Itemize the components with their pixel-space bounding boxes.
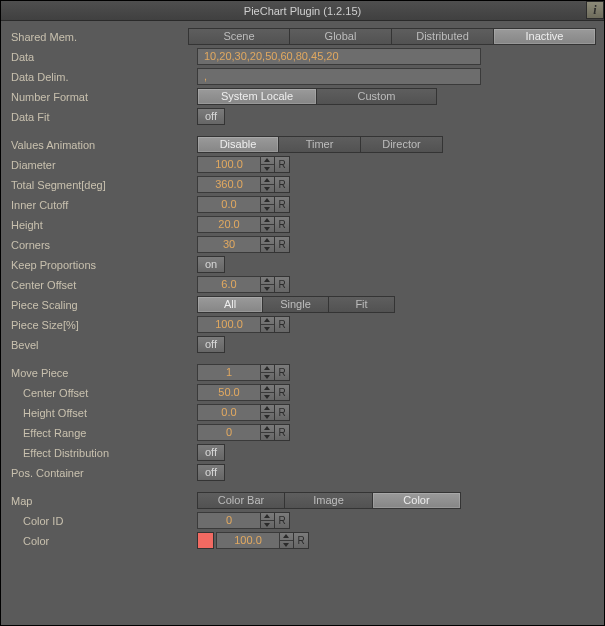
map-label: Map: [9, 495, 197, 507]
number-format-label: Number Format: [9, 91, 197, 103]
data-label: Data: [9, 51, 197, 63]
height-reset[interactable]: R: [275, 216, 290, 233]
data-fit-label: Data Fit: [9, 111, 197, 123]
inner-cutoff-reset[interactable]: R: [275, 196, 290, 213]
title-bar: PieChart Plugin (1.2.15) i: [1, 1, 604, 21]
move-piece-label: Move Piece: [9, 367, 197, 379]
corners-label: Corners: [9, 239, 197, 251]
anim-disable[interactable]: Disable: [197, 136, 279, 153]
numfmt-system[interactable]: System Locale: [197, 88, 317, 105]
move-height-offset-spinner[interactable]: [261, 404, 275, 421]
data-input[interactable]: 10,20,30,20,50,60,80,45,20: [197, 48, 481, 65]
center-offset-spinner[interactable]: [261, 276, 275, 293]
color-id-reset[interactable]: R: [275, 512, 290, 529]
move-piece-spinner[interactable]: [261, 364, 275, 381]
map-colorbar[interactable]: Color Bar: [197, 492, 285, 509]
diameter-label: Diameter: [9, 159, 197, 171]
numfmt-custom[interactable]: Custom: [317, 88, 437, 105]
color-label: Color: [9, 535, 197, 547]
tab-global[interactable]: Global: [290, 28, 392, 45]
data-delim-label: Data Delim.: [9, 71, 197, 83]
data-delim-input[interactable]: ,: [197, 68, 481, 85]
piece-size-reset[interactable]: R: [275, 316, 290, 333]
keep-proportions-label: Keep Proportions: [9, 259, 197, 271]
anim-director[interactable]: Director: [361, 136, 443, 153]
color-reset[interactable]: R: [294, 532, 309, 549]
effect-range-spinner[interactable]: [261, 424, 275, 441]
panel: Shared Mem. Scene Global Distributed Ina…: [1, 21, 604, 559]
center-offset-reset[interactable]: R: [275, 276, 290, 293]
move-height-offset-input[interactable]: 0.0: [197, 404, 261, 421]
center-offset-label: Center Offset: [9, 279, 197, 291]
totalseg-spinner[interactable]: [261, 176, 275, 193]
height-input[interactable]: 20.0: [197, 216, 261, 233]
move-center-offset-spinner[interactable]: [261, 384, 275, 401]
totalseg-input[interactable]: 360.0: [197, 176, 261, 193]
diameter-input[interactable]: 100.0: [197, 156, 261, 173]
move-center-offset-label: Center Offset: [9, 387, 197, 399]
effect-range-reset[interactable]: R: [275, 424, 290, 441]
map-image[interactable]: Image: [285, 492, 373, 509]
move-height-offset-reset[interactable]: R: [275, 404, 290, 421]
effect-range-input[interactable]: 0: [197, 424, 261, 441]
inner-cutoff-input[interactable]: 0.0: [197, 196, 261, 213]
inner-cutoff-spinner[interactable]: [261, 196, 275, 213]
color-id-input[interactable]: 0: [197, 512, 261, 529]
totalseg-label: Total Segment[deg]: [9, 179, 197, 191]
keep-proportions-toggle[interactable]: on: [197, 256, 225, 273]
info-button[interactable]: i: [586, 1, 604, 19]
color-spinner[interactable]: [280, 532, 294, 549]
move-center-offset-reset[interactable]: R: [275, 384, 290, 401]
window-title: PieChart Plugin (1.2.15): [1, 5, 604, 17]
corners-reset[interactable]: R: [275, 236, 290, 253]
diameter-spinner[interactable]: [261, 156, 275, 173]
tab-inactive[interactable]: Inactive: [494, 28, 596, 45]
piece-size-spinner[interactable]: [261, 316, 275, 333]
color-input[interactable]: 100.0: [216, 532, 280, 549]
piece-size-input[interactable]: 100.0: [197, 316, 261, 333]
move-height-offset-label: Height Offset: [9, 407, 197, 419]
center-offset-input[interactable]: 6.0: [197, 276, 261, 293]
piece-size-label: Piece Size[%]: [9, 319, 197, 331]
corners-spinner[interactable]: [261, 236, 275, 253]
piece-scaling-single[interactable]: Single: [263, 296, 329, 313]
diameter-reset[interactable]: R: [275, 156, 290, 173]
data-fit-toggle[interactable]: off: [197, 108, 225, 125]
shared-mem-label: Shared Mem.: [9, 31, 188, 43]
piece-scaling-label: Piece Scaling: [9, 299, 197, 311]
color-swatch[interactable]: [197, 532, 214, 549]
pos-container-label: Pos. Container: [9, 467, 197, 479]
map-color[interactable]: Color: [373, 492, 461, 509]
piece-scaling-fit[interactable]: Fit: [329, 296, 395, 313]
totalseg-reset[interactable]: R: [275, 176, 290, 193]
move-piece-reset[interactable]: R: [275, 364, 290, 381]
tab-scene[interactable]: Scene: [188, 28, 290, 45]
height-spinner[interactable]: [261, 216, 275, 233]
move-piece-input[interactable]: 1: [197, 364, 261, 381]
corners-input[interactable]: 30: [197, 236, 261, 253]
effect-distribution-label: Effect Distribution: [9, 447, 197, 459]
color-id-spinner[interactable]: [261, 512, 275, 529]
height-label: Height: [9, 219, 197, 231]
pos-container-toggle[interactable]: off: [197, 464, 225, 481]
anim-timer[interactable]: Timer: [279, 136, 361, 153]
bevel-label: Bevel: [9, 339, 197, 351]
move-center-offset-input[interactable]: 50.0: [197, 384, 261, 401]
piece-scaling-all[interactable]: All: [197, 296, 263, 313]
values-animation-label: Values Animation: [9, 139, 197, 151]
color-id-label: Color ID: [9, 515, 197, 527]
inner-cutoff-label: Inner Cutoff: [9, 199, 197, 211]
bevel-toggle[interactable]: off: [197, 336, 225, 353]
tab-distributed[interactable]: Distributed: [392, 28, 494, 45]
effect-range-label: Effect Range: [9, 427, 197, 439]
effect-distribution-toggle[interactable]: off: [197, 444, 225, 461]
